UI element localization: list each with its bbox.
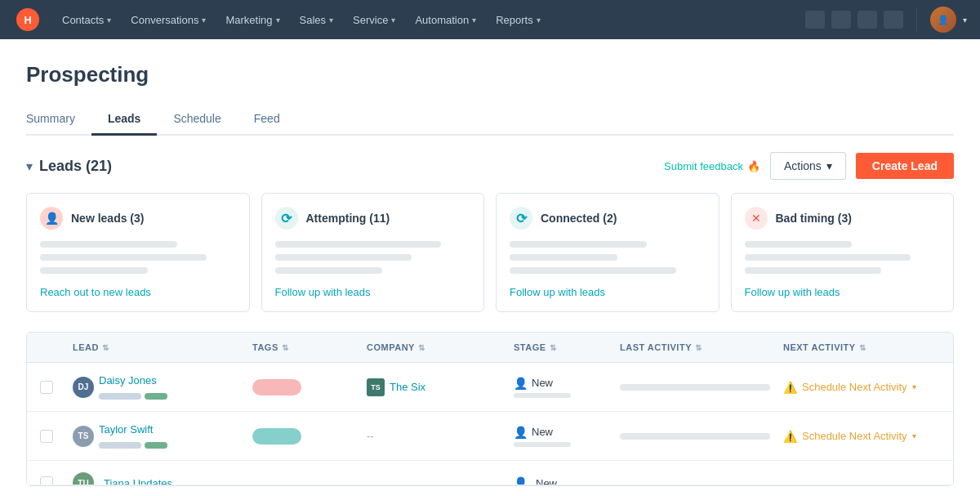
tab-schedule[interactable]: Schedule	[157, 104, 237, 136]
page-title: Prospecting	[26, 62, 954, 87]
td-checkbox	[33, 418, 66, 454]
connected-action-link[interactable]: Follow up with leads	[510, 286, 605, 298]
td-tags-taylor	[246, 417, 360, 456]
th-last-activity[interactable]: Last Activity ⇅	[613, 333, 777, 362]
warning-icon: ⚠️	[783, 430, 797, 443]
schedule-next-activity-button[interactable]: ⚠️ Schedule Next Activity ▾	[783, 430, 916, 443]
tag-pill	[99, 393, 141, 400]
chevron-down-icon: ▾	[472, 16, 476, 25]
sort-icon: ⇅	[859, 343, 866, 352]
tag-pill	[99, 442, 141, 449]
tab-summary[interactable]: Summary	[26, 104, 91, 136]
attempting-action-link[interactable]: Follow up with leads	[275, 286, 371, 298]
td-last-activity-taylor	[613, 422, 777, 451]
chevron-down-icon: ▾	[391, 16, 395, 25]
avatar-chevron-icon: ▾	[963, 16, 967, 25]
nav-sales[interactable]: Sales ▾	[290, 0, 344, 39]
settings-icon[interactable]	[858, 11, 877, 29]
lead-card-connected[interactable]: ⟳ Connected (2) Follow up with leads	[496, 193, 719, 312]
search-icon[interactable]	[805, 11, 825, 29]
activity-placeholder	[620, 433, 770, 440]
tag-pill	[145, 393, 167, 400]
attempting-bars	[275, 241, 471, 274]
bad-timing-action-link[interactable]: Follow up with leads	[745, 286, 840, 298]
td-checkbox	[33, 369, 66, 405]
td-tags-daisy	[246, 368, 360, 407]
leads-title: Leads (21)	[39, 158, 112, 175]
lead-card-attempting[interactable]: ⟳ Attempting (11) Follow up with leads	[261, 193, 485, 312]
lead-cards: 👤 New leads (3) Reach out to new leads ⟳…	[26, 193, 954, 312]
table-row: TU Tiana Updates 👤 New	[27, 461, 953, 485]
tab-leads[interactable]: Leads	[91, 104, 157, 136]
th-stage[interactable]: Stage ⇅	[507, 333, 613, 362]
nav-service[interactable]: Service ▾	[343, 0, 405, 39]
chevron-down-icon: ▾	[912, 382, 916, 391]
nav-marketing[interactable]: Marketing ▾	[216, 0, 289, 39]
nav-automation[interactable]: Automation ▾	[405, 0, 486, 39]
lead-card-new-leads[interactable]: 👤 New leads (3) Reach out to new leads	[26, 193, 250, 312]
lead-avatar: TS	[73, 426, 94, 447]
connected-bars	[510, 241, 706, 274]
tab-feed[interactable]: Feed	[238, 104, 296, 136]
hubspot-logo[interactable]: H	[13, 5, 42, 34]
page-tabs: Summary Leads Schedule Feed	[26, 104, 954, 136]
page-wrapper: Prospecting Summary Leads Schedule Feed …	[0, 39, 980, 496]
td-lead-tiana: TU Tiana Updates	[66, 461, 246, 485]
chevron-down-icon: ▾	[202, 16, 206, 25]
leads-expand-icon[interactable]: ▾	[26, 159, 33, 174]
nav-contacts[interactable]: Contacts ▾	[52, 0, 121, 39]
tag-pill	[252, 379, 301, 395]
avatar[interactable]: 👤	[930, 7, 956, 33]
row-checkbox[interactable]	[40, 430, 53, 443]
lead-avatar: TU	[73, 472, 94, 485]
table-header: Lead ⇅ Tags ⇅ Company ⇅ Stage ⇅ Last Act…	[27, 333, 953, 363]
leads-table: Lead ⇅ Tags ⇅ Company ⇅ Stage ⇅ Last Act…	[26, 332, 954, 486]
th-next-activity[interactable]: Next Activity ⇅	[777, 333, 954, 362]
td-stage-tiana: 👤 New	[507, 465, 613, 485]
sort-icon: ⇅	[550, 343, 557, 352]
submit-feedback-link[interactable]: Submit feedback 🔥	[664, 160, 760, 172]
stage-progress-bar	[514, 442, 571, 447]
td-next-activity-daisy: ⚠️ Schedule Next Activity ▾	[777, 369, 954, 405]
create-lead-button[interactable]: Create Lead	[856, 153, 954, 179]
bad-timing-icon: ✕	[745, 207, 768, 230]
td-checkbox	[33, 465, 66, 485]
stage-icon: 👤	[514, 426, 528, 439]
th-lead[interactable]: Lead ⇅	[66, 333, 246, 362]
schedule-next-activity-button[interactable]: ⚠️ Schedule Next Activity ▾	[783, 381, 916, 394]
nav-right: 👤 ▾	[805, 7, 967, 33]
svg-text:H: H	[24, 15, 31, 26]
sort-icon: ⇅	[282, 343, 289, 352]
row-checkbox[interactable]	[40, 476, 53, 485]
avatar-image: 👤	[930, 7, 956, 33]
td-last-activity-daisy	[613, 373, 777, 402]
bad-timing-bars	[745, 241, 941, 274]
nav-conversations[interactable]: Conversations ▾	[121, 0, 216, 39]
actions-chevron-icon: ▾	[826, 159, 832, 172]
lead-card-bad-timing[interactable]: ✕ Bad timing (3) Follow up with leads	[731, 193, 955, 312]
content-area: ▾ Leads (21) Submit feedback 🔥 Actions ▾…	[0, 136, 980, 496]
row-checkbox[interactable]	[40, 381, 53, 394]
help-icon[interactable]	[831, 11, 851, 29]
page-header: Prospecting Summary Leads Schedule Feed	[0, 39, 980, 136]
new-leads-icon: 👤	[40, 207, 63, 230]
actions-button[interactable]: Actions ▾	[770, 152, 846, 180]
chevron-down-icon: ▾	[276, 16, 280, 25]
new-leads-action-link[interactable]: Reach out to new leads	[40, 286, 151, 298]
td-company-taylor: --	[360, 418, 507, 454]
nav-reports[interactable]: Reports ▾	[486, 0, 550, 39]
chevron-down-icon: ▾	[329, 16, 333, 25]
table-row: TS Taylor Swift	[27, 412, 953, 461]
td-lead-daisy: DJ Daisy Jones	[66, 363, 246, 411]
td-company-daisy: TS The Six	[360, 367, 507, 408]
td-lead-taylor: TS Taylor Swift	[66, 412, 246, 460]
td-next-activity-taylor: ⚠️ Schedule Next Activity ▾	[777, 418, 954, 454]
apps-icon[interactable]	[884, 11, 903, 29]
nav-divider	[916, 8, 917, 31]
th-checkbox	[33, 333, 66, 362]
feedback-icon: 🔥	[747, 160, 760, 172]
attempting-icon: ⟳	[275, 207, 298, 230]
tag-pills	[99, 393, 167, 400]
th-company[interactable]: Company ⇅	[360, 333, 507, 362]
th-tags[interactable]: Tags ⇅	[246, 333, 360, 362]
